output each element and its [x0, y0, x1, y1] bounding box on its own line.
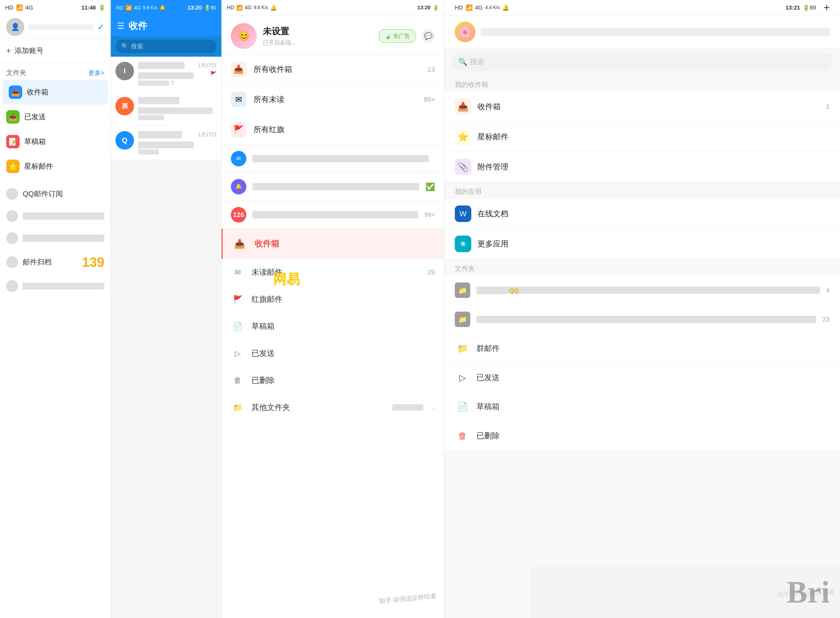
- p4-sent-folder[interactable]: ▷ 已发送: [444, 363, 840, 392]
- p3-icons: 🔔: [270, 4, 277, 11]
- p1-avatar: 👤: [6, 18, 24, 36]
- email-row-2[interactable]: 票: [111, 92, 221, 125]
- p4-attachment-folder[interactable]: 📎 附件管理: [444, 152, 840, 182]
- search-box[interactable]: 🔍 搜索: [116, 40, 216, 53]
- email-content-2: [138, 97, 213, 120]
- subfolder-sent[interactable]: ▷ 已发送: [222, 340, 444, 367]
- folder-inbox-label: 收件箱: [27, 87, 102, 97]
- p4-search-bar[interactable]: 🔍 搜索: [452, 53, 832, 71]
- p4-inbox-folder[interactable]: 📥 收件箱 1: [444, 92, 840, 122]
- p4-folder-1[interactable]: 📁 QQ 4: [444, 276, 840, 305]
- p4-plus-button[interactable]: +: [824, 2, 830, 13]
- profile-subtitle: 已开启多端...: [263, 39, 373, 47]
- inbox-highlight-row[interactable]: 📥 收件箱: [222, 229, 444, 259]
- p4-folder-label-2: [477, 316, 816, 323]
- p4-search-placeholder: 搜索: [470, 57, 484, 67]
- folder-draft-label: 草稿箱: [24, 137, 104, 147]
- sub-avatar-2: [6, 232, 18, 244]
- p4-deleted-icon: 🗑: [455, 428, 470, 443]
- panel2: HD 📶 4G 9.8 K/s 🔔 13:20 🔋90 ☰ 收件 🔍 搜索 I: [111, 0, 222, 618]
- draft-sf-icon: 📄: [231, 319, 244, 333]
- panel1: HD 📶 4G 11:46 🔋 👤 ✓ + 添加账号 文件夹 更多> 📥 收件箱…: [0, 0, 111, 618]
- p3-hd: HD: [227, 4, 234, 10]
- p4-more-apps[interactable]: ❋ 更多应用: [444, 229, 840, 259]
- email-row-1[interactable]: I T 1月17日 🚩: [111, 56, 221, 91]
- sent-sf-icon: ▷: [231, 346, 244, 360]
- p4-inbox-count: 1: [826, 103, 830, 111]
- account-row-1[interactable]: ✉: [222, 145, 444, 173]
- subfolder-other[interactable]: 📁 其他文件夹 ...: [222, 394, 444, 421]
- email-date-1: 1月17日: [198, 62, 217, 69]
- sub-item-1[interactable]: [0, 205, 110, 227]
- subfolder-unread-count: 29: [427, 268, 435, 276]
- message-icon[interactable]: 💬: [421, 29, 435, 43]
- agg-all-unread-label: 所有未读: [253, 94, 416, 105]
- email-date-3: 1月17日: [198, 131, 217, 138]
- panel2-search-bar[interactable]: 🔍 搜索: [111, 36, 221, 56]
- bottom-item[interactable]: [0, 275, 110, 297]
- p3-4g: 4G: [245, 4, 252, 10]
- p2-hd: HD: [116, 5, 124, 11]
- p4-draft-folder[interactable]: 📄 草稿箱: [444, 392, 840, 421]
- p4-star-folder[interactable]: ⭐ 星标邮件: [444, 122, 840, 152]
- p4-avatar: 🌸: [455, 22, 475, 42]
- add-account-button[interactable]: + 添加账号: [0, 39, 110, 63]
- subfolder-unread[interactable]: ✉ 未读邮件 29: [222, 259, 444, 286]
- folders-more[interactable]: 更多>: [88, 69, 104, 77]
- archive-label: 邮件归档: [23, 257, 77, 267]
- p4-docs-label: 在线文档: [478, 209, 830, 219]
- qq-subscription-item[interactable]: QQ邮件订阅: [0, 183, 110, 205]
- panel1-statusbar: HD 📶 4G 11:46 🔋: [0, 0, 110, 15]
- sent-icon: 📤: [6, 110, 19, 123]
- account-row-3[interactable]: 126 99+: [222, 201, 444, 229]
- subfolder-draft[interactable]: 📄 草稿箱: [222, 313, 444, 340]
- p4-docs-app[interactable]: W 在线文档: [444, 199, 840, 229]
- p4-inbox-label: 收件箱: [478, 101, 820, 112]
- email-content-3: [138, 131, 194, 154]
- account-name-2: [253, 183, 419, 190]
- panel1-header[interactable]: 👤 ✓: [0, 15, 110, 39]
- inbox-highlight-label: 收件箱: [255, 238, 435, 250]
- unread-icon: ✉: [231, 266, 244, 279]
- p1-checkmark: ✓: [97, 22, 104, 32]
- no-ad-button[interactable]: 🍃 免广告: [379, 29, 416, 43]
- account-row-2[interactable]: 🔔 ✅: [222, 173, 444, 201]
- p4-deleted-folder[interactable]: 🗑 已删除: [444, 421, 840, 450]
- p4-docs-icon: W: [455, 205, 471, 222]
- agg-all-flag[interactable]: 🚩 所有红旗: [222, 114, 444, 145]
- folder-star[interactable]: ⭐ 星标邮件: [0, 154, 110, 179]
- folder-inbox[interactable]: 📥 收件箱: [3, 80, 108, 104]
- p2-battery: 🔋90: [204, 4, 216, 11]
- star-icon: ⭐: [6, 160, 19, 173]
- subfolder-sent-label: 已发送: [252, 348, 428, 359]
- folder-sent[interactable]: 📤 已发送: [0, 104, 110, 129]
- email-list: I T 1月17日 🚩 票: [111, 56, 221, 618]
- p4-folder-icon-2: 📁: [455, 312, 470, 327]
- sub-item-2[interactable]: [0, 227, 110, 249]
- bottom-icon: [6, 280, 18, 292]
- panel3-statusbar: HD 📶 4G 9.8 K/s 🔔 13:20 🔋: [222, 0, 444, 15]
- agg-all-flag-label: 所有红旗: [253, 124, 428, 135]
- profile-header: 😊 未设置 已开启多端... 🍃 免广告 💬: [222, 15, 444, 54]
- agg-all-inbox[interactable]: 📥 所有收件箱 13: [222, 54, 444, 85]
- p4-folder-2[interactable]: 📁 23: [444, 305, 840, 334]
- folder-draft[interactable]: 📝 草稿箱: [0, 129, 110, 154]
- email-subject-3: [138, 142, 194, 148]
- agg-all-unread[interactable]: ✉ 所有未读 99+: [222, 85, 444, 114]
- p2-4g: 4G: [134, 5, 141, 11]
- archive-item[interactable]: 邮件归档 139: [0, 249, 110, 275]
- panel4: HD 📶 4G 4.4 K/s 🔔 13:21 🔋89 + 🌸 🔍 搜索 我的收…: [444, 0, 840, 618]
- leaf-icon: 🍃: [384, 33, 392, 39]
- email-meta-1: T: [138, 80, 194, 86]
- p4-search-icon: 🔍: [459, 58, 468, 66]
- account-avatar-2: 🔔: [231, 179, 246, 195]
- p2-time: 13:20: [187, 4, 202, 11]
- sub-avatar-1: [6, 210, 18, 222]
- hamburger-icon[interactable]: ☰: [117, 21, 124, 31]
- p4-group-mail[interactable]: 📁 群邮件: [444, 334, 840, 363]
- p4-more-apps-icon: ❋: [455, 236, 471, 252]
- email-row-3[interactable]: Q 1月17日: [111, 126, 221, 160]
- subfolder-flag[interactable]: 🚩 红旗邮件: [222, 286, 444, 313]
- account-avatar-3: 126: [231, 207, 246, 223]
- subfolder-deleted[interactable]: 🗑 已删除: [222, 367, 444, 394]
